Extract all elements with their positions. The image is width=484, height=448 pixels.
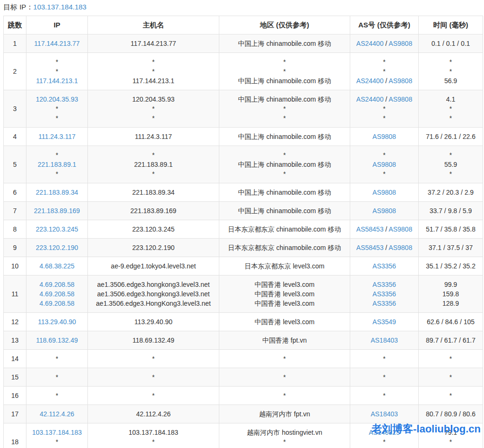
as-link[interactable]: AS24400 <box>356 40 384 47</box>
as-link[interactable]: AS3356 <box>372 262 396 270</box>
table-row: 104.68.38.225ae-9.edge1.tokyo4.level3.ne… <box>4 257 483 276</box>
asn-cell: AS9808 <box>350 183 419 202</box>
hop-number: 3 <box>4 90 26 128</box>
region-cell: 日本东京都东京 level3.com <box>219 257 350 276</box>
as-link[interactable]: AS18403 <box>371 336 398 344</box>
timeout-marker: * <box>352 354 416 363</box>
ip-link[interactable]: 113.29.40.90 <box>38 318 76 326</box>
target-ip-link[interactable]: 103.137.184.183 <box>33 3 86 11</box>
as-link[interactable]: AS9808 <box>389 244 412 251</box>
ip-cell: 221.183.89.34 <box>26 183 88 202</box>
as-link[interactable]: AS18403 <box>371 410 398 418</box>
asn-line: AS3356 <box>352 280 416 289</box>
region-text: 中国香港 level3.com <box>221 280 348 289</box>
ip-link[interactable]: 120.204.35.93 <box>36 95 78 103</box>
region-cell: * <box>219 387 350 405</box>
timeout-marker: * <box>28 67 86 76</box>
as-link[interactable]: AS9808 <box>372 161 396 168</box>
region-text: 越南河内市 hostingviet.vn <box>221 428 348 437</box>
as-link[interactable]: AS9808 <box>372 189 396 196</box>
as-link[interactable]: AS3356 <box>372 290 396 298</box>
time-cell: 71.6 / 26.1 / 22.6 <box>419 128 483 146</box>
as-link[interactable]: AS58453 <box>356 225 384 233</box>
ip-line: 221.183.89.169 <box>28 206 86 215</box>
region-cell: 中国香港 fpt.vn <box>219 331 350 350</box>
as-link[interactable]: AS3356 <box>372 281 396 288</box>
region-cell: *中国上海 chinamobile.com 移动* <box>219 146 350 183</box>
as-link[interactable]: AS9808 <box>372 207 396 215</box>
latency-text: 55.9 <box>421 160 481 169</box>
as-link[interactable]: AS24400 <box>356 95 384 103</box>
ip-link[interactable]: 4.69.208.58 <box>40 281 75 288</box>
region-cell: * <box>219 368 350 387</box>
timeout-marker: * <box>421 67 481 76</box>
ip-link[interactable]: 221.183.89.169 <box>34 207 80 215</box>
asn-line: AS24400 / AS9808 <box>352 39 416 48</box>
as-link[interactable]: AS9808 <box>372 133 396 140</box>
region-cell: **中国上海 chinamobile.com 移动 <box>219 53 350 90</box>
hostname-text: 223.120.2.190 <box>90 243 217 252</box>
col-header-ip: IP <box>26 16 88 34</box>
hostname-text: 103.137.184.183 <box>90 428 217 437</box>
ip-link[interactable]: 111.24.3.117 <box>38 133 76 140</box>
as-link[interactable]: AS140825 <box>369 429 399 436</box>
as-link[interactable]: AS9808 <box>389 77 412 85</box>
as-link[interactable]: AS58453 <box>356 244 384 251</box>
ip-line: 118.69.132.49 <box>28 336 86 345</box>
timeout-marker: * <box>90 391 217 400</box>
ip-link[interactable]: 223.120.2.190 <box>36 244 78 251</box>
hostname-cell: 223.120.3.245 <box>88 220 219 239</box>
timeout-marker: * <box>90 113 217 123</box>
table-row: 13118.69.132.49118.69.132.49中国香港 fpt.vnA… <box>4 331 483 350</box>
table-row: 114.69.208.584.69.208.584.69.208.58ae1.3… <box>4 276 483 313</box>
timeout-marker: * <box>28 169 86 179</box>
ip-link[interactable]: 103.137.184.183 <box>32 429 82 436</box>
table-row: 9223.120.2.190223.120.2.190日本东京都东京 china… <box>4 239 483 257</box>
table-row: 3120.204.35.93**120.204.35.93**中国上海 chin… <box>4 90 483 128</box>
asn-cell: AS3356 <box>350 257 419 276</box>
latency-text: 159.8 <box>421 289 481 299</box>
ip-link[interactable]: 117.144.213.1 <box>36 77 78 85</box>
ip-cell: * <box>26 387 88 405</box>
region-text: 中国上海 chinamobile.com 移动 <box>221 95 348 104</box>
hostname-cell: * <box>88 368 219 387</box>
ip-link[interactable]: 4.69.208.58 <box>40 300 75 307</box>
ip-link[interactable]: 4.69.208.58 <box>40 290 75 298</box>
latency-text: 80.7 / 80.9 / 80.6 <box>421 409 481 419</box>
asn-line: AS9808 <box>352 188 416 197</box>
table-row: 12113.29.40.90113.29.40.90中国香港 level3.co… <box>4 313 483 331</box>
ip-link[interactable]: 223.120.3.245 <box>36 225 78 233</box>
hop-number: 7 <box>4 202 26 220</box>
timeout-marker: * <box>221 391 348 400</box>
ip-link[interactable]: 118.69.132.49 <box>36 336 78 344</box>
as-link[interactable]: AS9808 <box>389 40 412 47</box>
region-text: 越南河内市 fpt.vn <box>221 409 348 419</box>
timeout-marker: * <box>421 372 481 382</box>
time-cell: 51.7 / 35.8 / 35.8 <box>419 220 483 239</box>
ip-link[interactable]: 4.68.38.225 <box>40 262 75 270</box>
as-link[interactable]: AS9808 <box>389 95 412 103</box>
as-link[interactable]: AS9808 <box>389 225 412 233</box>
ip-link[interactable]: 221.183.89.1 <box>38 161 77 168</box>
timeout-marker: * <box>28 150 86 160</box>
hostname-text: 113.29.40.90 <box>90 317 217 327</box>
timeout-marker: * <box>352 67 416 76</box>
asn-line: AS3356 <box>352 289 416 299</box>
region-cell: 中国上海 chinamobile.com 移动 <box>219 183 350 202</box>
ip-link[interactable]: 42.112.4.26 <box>40 410 74 418</box>
ip-line: 103.137.184.183 <box>28 428 86 437</box>
ip-link[interactable]: 221.183.89.34 <box>36 189 78 196</box>
ip-link[interactable]: 117.144.213.77 <box>34 40 79 47</box>
hostname-text: 117.144.213.1 <box>90 76 217 86</box>
hostname-text: ae1.3506.edge3.hongkong3.level3.net <box>90 280 217 289</box>
hop-number: 2 <box>4 53 26 90</box>
ip-cell: 103.137.184.183*103.137.184.183 <box>26 423 88 448</box>
timeout-marker: * <box>90 104 217 113</box>
asn-cell: * <box>350 350 419 368</box>
asn-line: AS9808 <box>352 206 416 215</box>
as-link[interactable]: AS24400 <box>356 77 384 85</box>
as-link[interactable]: AS3356 <box>372 300 396 307</box>
time-cell: 4.1** <box>419 90 483 128</box>
as-link[interactable]: AS3549 <box>372 318 396 326</box>
region-text: 中国上海 chinamobile.com 移动 <box>221 132 348 141</box>
